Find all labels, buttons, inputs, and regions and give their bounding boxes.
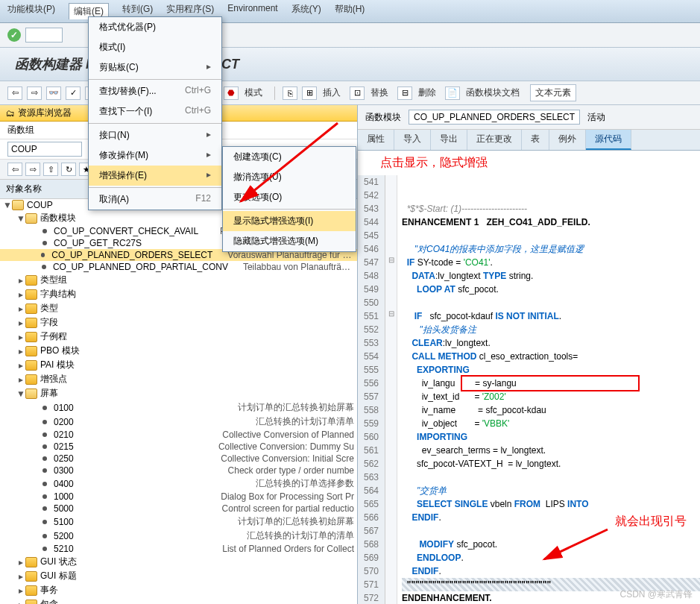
nav-back-icon[interactable]: ⇦ — [7, 163, 22, 176]
tree-row[interactable]: ▸GUI 状态 — [0, 555, 357, 569]
tree-row[interactable]: 5200汇总转换的计划订单的清单 — [0, 529, 357, 543]
func-group-input[interactable] — [7, 142, 82, 157]
tree-row[interactable]: ▸包含 — [0, 597, 357, 604]
repo-icon: 🗂 — [6, 108, 15, 119]
tree-row[interactable]: 5210List of Planned Orders for Collect — [0, 543, 357, 555]
ok-icon[interactable]: ✓ — [7, 28, 21, 42]
fold-column[interactable]: ⊟⊟ — [385, 175, 397, 604]
edit-dropdown: 格式优化器(P)模式(I)剪贴板(C)查找/替换(F)...Ctrl+G查找下一… — [88, 16, 222, 210]
menu-item[interactable]: 格式优化器(P) — [89, 17, 221, 37]
command-field[interactable] — [25, 28, 63, 43]
forward-icon[interactable]: ⇨ — [27, 86, 42, 100]
nav-refresh-icon[interactable]: ↻ — [61, 163, 76, 176]
divider — [274, 86, 275, 100]
submenu-item[interactable]: 更改选项(O) — [223, 187, 356, 207]
replace-icon[interactable]: ⊡ — [350, 86, 365, 100]
delete-label: 删除 — [418, 86, 436, 99]
menu-item[interactable]: 剪贴板(C) — [89, 57, 221, 78]
nav-fwd-icon[interactable]: ⇨ — [25, 163, 40, 176]
annotation-click-show: 点击显示，隐式增强 — [358, 151, 700, 175]
display-icon[interactable]: 👓 — [46, 86, 61, 100]
funcdoc-label: 函数模块文档 — [466, 86, 520, 99]
tree-row[interactable]: 0400汇总转换的订单选择参数 — [0, 476, 357, 491]
tree-row[interactable]: ▸GUI 标题 — [0, 569, 357, 583]
menu-item[interactable]: 查找/替换(F)...Ctrl+G — [89, 81, 221, 101]
submenu-item[interactable]: 隐藏隐式增强选项(M) — [223, 231, 356, 251]
fm-label: 函数模块 — [365, 111, 401, 124]
doc-icon[interactable]: 📄 — [445, 86, 460, 100]
replace-label: 替换 — [371, 86, 388, 99]
pattern-label: 模式 — [245, 86, 262, 99]
tree-row[interactable]: ▸类型 — [0, 301, 357, 315]
tree-row[interactable]: ▸PBO 模块 — [0, 344, 357, 358]
fm-status: 活动 — [587, 111, 605, 124]
menu-item[interactable]: 模式(I) — [89, 37, 221, 57]
tree-row[interactable]: ▼屏幕 — [0, 386, 357, 400]
object-tree[interactable]: ▼COUP▼函数模块CO_UP_CONVERT_CHECK_AVAILPrüfu… — [0, 199, 357, 604]
stop-icon[interactable]: ⬣ — [224, 86, 239, 100]
menu-item[interactable]: 查找下一个(I)Ctrl+G — [89, 101, 221, 122]
tree-row[interactable]: ▸PAI 模块 — [0, 358, 357, 372]
submenu-item[interactable]: 撤消选项(U) — [223, 167, 356, 187]
back-icon[interactable]: ⇦ — [7, 86, 22, 100]
tree-row[interactable]: 0100计划订单的汇总转换初始屏幕 — [0, 400, 357, 415]
menu-environment[interactable]: Environment — [227, 3, 277, 19]
tree-row[interactable]: ▸子例程 — [0, 330, 357, 344]
tab-4[interactable]: 表 — [522, 130, 549, 150]
watermark: CSDN @寒武青锋 — [619, 588, 693, 601]
enhancement-submenu: 创建选项(C)撤消选项(U)更改选项(O)显示隐式增强选项(I)隐藏隐式增强选项… — [222, 146, 356, 252]
copy-icon[interactable]: ⎘ — [283, 86, 297, 100]
tree-row[interactable]: 1000Dialog Box for Processing Sort Pr — [0, 491, 357, 503]
tree-row[interactable]: ▸字段 — [0, 315, 357, 330]
repo-browser-label: 资源库浏览器 — [18, 107, 72, 119]
tree-row[interactable]: 0200汇总转换的计划订单清单 — [0, 415, 357, 429]
editor-panel: 函数模块 活动 属性导入导出正在更改表例外源代码 点击显示，隐式增强 54154… — [358, 105, 700, 604]
fm-name-input[interactable] — [409, 110, 580, 125]
tab-3[interactable]: 正在更改 — [467, 130, 522, 150]
tab-6[interactable]: 源代码 — [586, 130, 631, 150]
line-number-gutter: 5415425435445455465475485495505515525535… — [358, 175, 385, 604]
menu-item[interactable]: 取消(A)F12 — [89, 189, 221, 210]
menu-item[interactable]: 接口(N) — [89, 125, 221, 145]
nav-up-icon[interactable]: ⇧ — [43, 163, 58, 176]
code-editor[interactable]: 5415425435445455465475485495505515525535… — [358, 175, 700, 604]
tree-row[interactable]: CO_UP_PLANNED_ORD_PARTIAL_CONVTeilabbau … — [0, 261, 357, 273]
tree-row[interactable]: 0210Collective Conversion of Planned — [0, 429, 357, 441]
tree-row[interactable]: 5000Control screen for partial reductio — [0, 503, 357, 515]
tab-0[interactable]: 属性 — [358, 130, 394, 150]
check-icon[interactable]: ✓ — [66, 86, 81, 100]
textels-label[interactable]: 文本元素 — [530, 84, 576, 101]
menu-item[interactable]: 修改操作(M) — [89, 145, 221, 166]
tree-row[interactable]: ▸字典结构 — [0, 287, 357, 301]
tree-row[interactable]: 5100计划订单的汇总转换初始屏幕 — [0, 515, 357, 529]
code-content[interactable]: *$*$-Start: (1)----------------------ENH… — [397, 175, 700, 604]
submenu-item[interactable]: 创建选项(C) — [223, 147, 356, 167]
tree-row[interactable]: ▸事务 — [0, 583, 357, 597]
tab-2[interactable]: 导出 — [431, 130, 467, 150]
tab-5[interactable]: 例外 — [549, 130, 586, 150]
menu-func-module[interactable]: 功能模块(P) — [7, 3, 55, 19]
func-group-label: 函数组 — [7, 124, 52, 136]
menu-item[interactable]: 增强操作(E) — [89, 166, 221, 186]
submenu-item[interactable]: 显示隐式增强选项(I) — [223, 211, 356, 231]
delete-icon[interactable]: ⊟ — [397, 86, 412, 100]
insert-icon[interactable]: ⊞ — [302, 86, 317, 100]
tree-row[interactable]: 0300Check order type / order numbe — [0, 465, 357, 476]
menu-help[interactable]: 帮助(H) — [335, 3, 365, 19]
tree-row[interactable]: 0215Collective Conversion: Dummy Su — [0, 441, 357, 453]
tab-1[interactable]: 导入 — [394, 130, 431, 150]
tree-row[interactable]: ▸增强点 — [0, 372, 357, 386]
insert-label: 插入 — [323, 86, 341, 99]
tab-strip: 属性导入导出正在更改表例外源代码 — [358, 130, 700, 151]
annotation-quote-appears: 就会出现引号 — [615, 514, 687, 529]
menu-system[interactable]: 系统(Y) — [291, 3, 321, 19]
tree-row[interactable]: 0250Collective Conversion: Initial Scre — [0, 453, 357, 465]
tree-row[interactable]: ▸类型组 — [0, 273, 357, 287]
